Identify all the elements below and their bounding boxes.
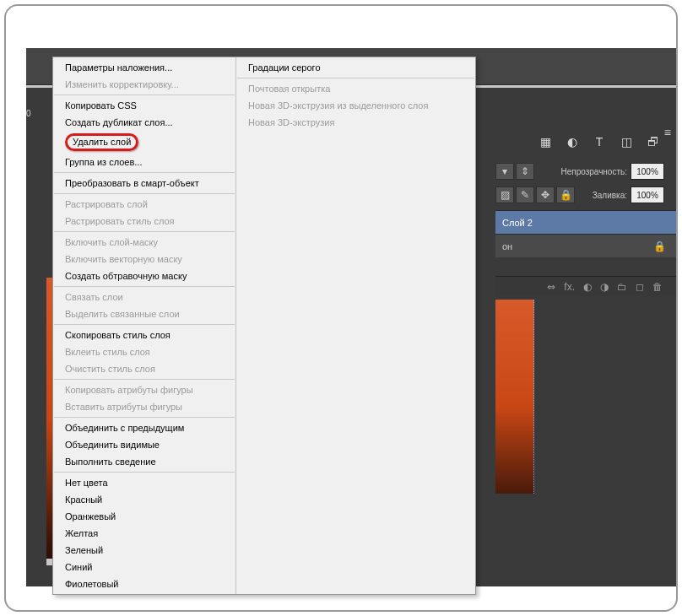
menu-separator xyxy=(54,172,235,173)
trash-icon[interactable]: 🗑 xyxy=(652,281,663,293)
layer-row-selected[interactable]: Слой 2 xyxy=(495,210,676,234)
menu-item[interactable]: Объединить видимые xyxy=(53,436,235,453)
menu-item[interactable]: Красный xyxy=(53,491,235,508)
ruler-number: 0 xyxy=(26,109,31,118)
filter-type-icon[interactable]: T xyxy=(593,136,605,148)
menu-separator xyxy=(54,324,235,325)
layer-panel-toprow: ▦ ◐ T ◫ 🗗 xyxy=(539,136,659,148)
menu-separator xyxy=(54,95,235,95)
context-menu-col2: Градации серого Почтовая открыткаНовая 3… xyxy=(235,57,475,594)
panel-menu-icon[interactable]: ≡ xyxy=(664,126,671,139)
layer-name: Слой 2 xyxy=(502,218,533,228)
layer-context-menu: Параметры наложения...Изменить корректир… xyxy=(52,57,476,595)
fill-row: ▨ ✎ ✥ 🔒 Заливка: 100% xyxy=(495,183,676,207)
layer-panel-footer: ⇔ fx. ◐ ◑ 🗀 ◻ 🗑 xyxy=(495,276,676,296)
menu-item[interactable]: Создать дубликат слоя... xyxy=(53,114,235,131)
menu-item[interactable]: Копировать CSS xyxy=(53,97,235,114)
menu-item: Вклеить стиль слоя xyxy=(53,343,235,360)
highlight-ring: Удалить слой xyxy=(65,133,138,151)
menu-item: Включить векторную маску xyxy=(53,251,235,267)
menu-item[interactable]: Параметры наложения... xyxy=(53,59,235,76)
menu-item: Новая 3D-экструзия xyxy=(236,114,475,131)
menu-item[interactable]: Желтая xyxy=(53,525,235,542)
menu-item: Почтовая открытка xyxy=(236,80,475,97)
menu-item[interactable]: Оранжевый xyxy=(53,508,235,525)
menu-item: Вставить атрибуты фигуры xyxy=(53,398,235,415)
filter-smart-icon[interactable]: 🗗 xyxy=(647,136,659,148)
adjustment-icon[interactable]: ◑ xyxy=(600,281,609,293)
menu-separator xyxy=(54,379,235,380)
menu-delete-layer[interactable]: Удалить слой xyxy=(53,131,235,154)
opacity-row: ▾ ⇕ Непрозрачность: 100% xyxy=(495,159,676,183)
lock-transparent-icon[interactable]: ▨ xyxy=(495,186,514,203)
menu-item[interactable]: Объединить с предыдущим xyxy=(53,419,235,436)
menu-item[interactable]: Преобразовать в смарт-объект xyxy=(53,175,235,192)
menu-item: Новая 3D-экструзия из выделенного слоя xyxy=(236,97,475,114)
menu-item: Включить слой-маску xyxy=(53,234,235,251)
menu-separator xyxy=(54,472,235,473)
menu-separator xyxy=(237,78,474,78)
menu-item[interactable]: Фиолетовый xyxy=(53,575,235,592)
folder-icon[interactable]: 🗀 xyxy=(617,281,627,293)
filter-pixel-icon[interactable]: ▦ xyxy=(539,136,551,148)
menu-separator xyxy=(54,193,235,194)
lock-paint-icon[interactable]: ✎ xyxy=(516,186,534,203)
lock-icon: 🔒 xyxy=(653,240,666,252)
menu-item[interactable]: Нет цвета xyxy=(53,474,235,491)
menu-item[interactable]: Выполнить сведение xyxy=(53,453,235,470)
menu-item[interactable]: Градации серого xyxy=(236,59,475,76)
mask-icon[interactable]: ◐ xyxy=(583,281,592,293)
menu-item[interactable]: Группа из слоев... xyxy=(53,154,235,170)
new-layer-icon[interactable]: ◻ xyxy=(636,281,644,293)
lock-move-icon[interactable]: ✥ xyxy=(536,186,555,203)
fill-label: Заливка: xyxy=(593,191,627,200)
opacity-value[interactable]: 100% xyxy=(631,163,664,180)
menu-item: Растрировать слой xyxy=(53,196,235,213)
menu-separator xyxy=(54,286,235,287)
window-frame: ≡ ▦ ◐ T ◫ 🗗 ▾ ⇕ Непрозрачность: 100% ▨ ✎… xyxy=(4,4,678,612)
lock-all-icon[interactable]: 🔒 xyxy=(556,186,575,203)
menu-item[interactable]: Создать обтравочную маску xyxy=(53,267,235,284)
menu-item: Копировать атрибуты фигуры xyxy=(53,381,235,398)
menu-separator xyxy=(54,417,235,418)
menu-item: Изменить корректировку... xyxy=(53,76,235,93)
fill-value[interactable]: 100% xyxy=(631,186,664,203)
bg-layer-text: он xyxy=(502,241,512,251)
menu-separator xyxy=(54,231,235,232)
opacity-label: Непрозрачность: xyxy=(560,167,627,176)
blend-mode-dropdown[interactable]: ▾ xyxy=(495,163,514,180)
menu-item[interactable]: Зеленый xyxy=(53,542,235,559)
filter-shape-icon[interactable]: ◫ xyxy=(620,136,632,148)
menu-item[interactable]: Синий xyxy=(53,559,235,575)
link-layers-icon[interactable]: ⇔ xyxy=(547,281,555,293)
menu-item: Выделить связанные слои xyxy=(53,305,235,322)
layer-row-background[interactable]: он 🔒 xyxy=(495,234,676,257)
filter-adjust-icon[interactable]: ◐ xyxy=(566,136,578,148)
menu-item[interactable]: Скопировать стиль слоя xyxy=(53,327,235,343)
menu-item: Очистить стиль слоя xyxy=(53,360,235,377)
fx-icon[interactable]: fx. xyxy=(564,281,575,293)
menu-item: Растрировать стиль слоя xyxy=(53,213,235,230)
blend-arrows[interactable]: ⇕ xyxy=(516,163,534,180)
canvas-preview xyxy=(495,300,534,494)
menu-item: Связать слои xyxy=(53,289,235,305)
context-menu-col1: Параметры наложения...Изменить корректир… xyxy=(53,57,235,594)
